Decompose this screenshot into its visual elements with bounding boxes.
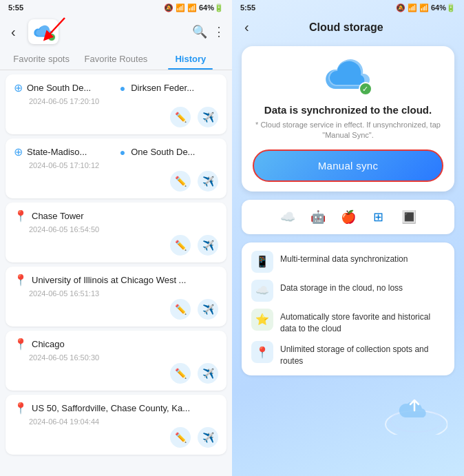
tab-history[interactable]: History	[154, 48, 228, 70]
cloud-icon-button[interactable]: ✓	[28, 19, 59, 44]
sync-title: Data is synchronized to the cloud.	[264, 104, 432, 116]
list-item[interactable]: 📍 Chicago 2024-06-05 16:50:30 ✏️ ✈️	[6, 331, 226, 391]
tab-favorite-routes[interactable]: Favorite Routes	[78, 48, 153, 70]
right-top-nav: ‹ Cloud storage	[232, 15, 464, 39]
big-check-badge: ✓	[359, 82, 372, 96]
navigate-button[interactable]: ✈️	[198, 171, 218, 192]
feature-item: ☁️ Data storage in the cloud, no loss	[251, 280, 445, 302]
feature-text-cloud: Data storage in the cloud, no loss	[280, 280, 403, 294]
list-item[interactable]: ⊕ One South De... ● Dirksen Feder... 202…	[6, 74, 226, 134]
feature-text-sync: Multi-terminal data synchronization	[280, 251, 408, 265]
list-item[interactable]: 📍 Chase Tower 2024-06-05 16:54:50 ✏️ ✈️	[6, 203, 226, 262]
right-panel: 5:55 🔕 📶 📶 64%🔋 ‹ Cloud storage ✓ Data i…	[232, 0, 464, 476]
edit-button[interactable]: ✏️	[170, 363, 191, 384]
feature-item: 📍 Unlimited storage of collection spots …	[251, 341, 445, 367]
edit-button[interactable]: ✏️	[170, 299, 191, 320]
route-icon: ⊕	[14, 81, 23, 94]
back-button[interactable]: ‹	[7, 23, 20, 41]
right-time: 5:55	[240, 3, 255, 12]
edit-button[interactable]: ✏️	[170, 107, 191, 127]
left-top-nav: ‹ ✓ 🔍 ⋮	[0, 15, 232, 48]
navigate-button[interactable]: ✈️	[198, 363, 218, 384]
feature-icon-sync: 📱	[251, 251, 273, 273]
feature-item: ⭐ Automatically store favorite and histo…	[251, 309, 445, 335]
tab-favorite-spots[interactable]: Favorite spots	[4, 48, 78, 70]
list-item[interactable]: 📍 US 50, Saffordville, Chase County, Ka.…	[6, 395, 226, 455]
platform-row: ☁️ 🤖 🍎 ⊞ 🔳	[242, 200, 454, 234]
list-item[interactable]: ⊕ State-Madiso... ● One South De... 2024…	[6, 138, 226, 198]
right-status-icons: 🔕 📶 📶 64%🔋	[396, 3, 456, 12]
cloud-card: ✓ Data is synchronized to the cloud. * C…	[242, 46, 454, 192]
route-icon: ⊕	[14, 145, 23, 158]
big-cloud-wrap: ✓	[324, 59, 372, 97]
decoration-cloud-svg	[379, 386, 447, 435]
location-icon: 📍	[14, 209, 28, 223]
more-icon[interactable]: ⋮	[213, 24, 225, 39]
edit-button[interactable]: ✏️	[170, 235, 191, 256]
sync-subtitle: * Cloud storage service in effect. If un…	[253, 120, 443, 141]
right-back-button[interactable]: ‹	[240, 18, 253, 37]
location-icon: 📍	[14, 338, 28, 351]
windows-platform-icon: ⊞	[368, 207, 389, 227]
search-icon[interactable]: 🔍	[192, 24, 207, 39]
edit-button[interactable]: ✏️	[170, 171, 191, 192]
feature-item: 📱 Multi-terminal data synchronization	[251, 251, 445, 273]
feature-icon-auto: ⭐	[251, 309, 273, 331]
left-status-icons: 🔕 📶 📶 64%🔋	[164, 3, 224, 12]
features-card: 📱 Multi-terminal data synchronization ☁️…	[242, 242, 454, 375]
left-time: 5:55	[8, 3, 23, 12]
edit-button[interactable]: ✏️	[170, 427, 191, 448]
feature-icon-cloud: ☁️	[251, 280, 273, 302]
right-page-title: Cloud storage	[253, 21, 439, 34]
left-status-bar: 5:55 🔕 📶 📶 64%🔋	[0, 0, 232, 15]
cloud-platform-icon: ☁️	[277, 207, 298, 227]
history-list: ⊕ One South De... ● Dirksen Feder... 202…	[0, 70, 232, 476]
location-icon: 📍	[14, 402, 28, 415]
left-panel: 5:55 🔕 📶 📶 64%🔋 ‹ ✓	[0, 0, 232, 476]
feature-icon-unlimited: 📍	[251, 341, 273, 363]
other-platform-icon: 🔳	[399, 207, 419, 227]
navigate-button[interactable]: ✈️	[198, 107, 218, 127]
decoration-area	[242, 384, 454, 439]
android-platform-icon: 🤖	[308, 207, 328, 227]
manual-sync-button[interactable]: Manual sync	[253, 149, 443, 182]
navigate-button[interactable]: ✈️	[198, 427, 218, 448]
apple-platform-icon: 🍎	[338, 207, 359, 227]
location-icon: 📍	[14, 273, 28, 287]
feature-text-auto: Automatically store favorite and histori…	[280, 309, 445, 335]
list-item[interactable]: 📍 University of Illinois at Chicago West…	[6, 267, 226, 327]
right-status-bar: 5:55 🔕 📶 📶 64%🔋	[232, 0, 464, 15]
feature-text-unlimited: Unlimited storage of collection spots an…	[280, 341, 445, 367]
right-content: ✓ Data is synchronized to the cloud. * C…	[232, 39, 464, 476]
tabs-bar: Favorite spots Favorite Routes History	[0, 48, 232, 70]
navigate-button[interactable]: ✈️	[198, 299, 218, 320]
navigate-button[interactable]: ✈️	[198, 235, 218, 256]
check-badge: ✓	[48, 33, 56, 41]
